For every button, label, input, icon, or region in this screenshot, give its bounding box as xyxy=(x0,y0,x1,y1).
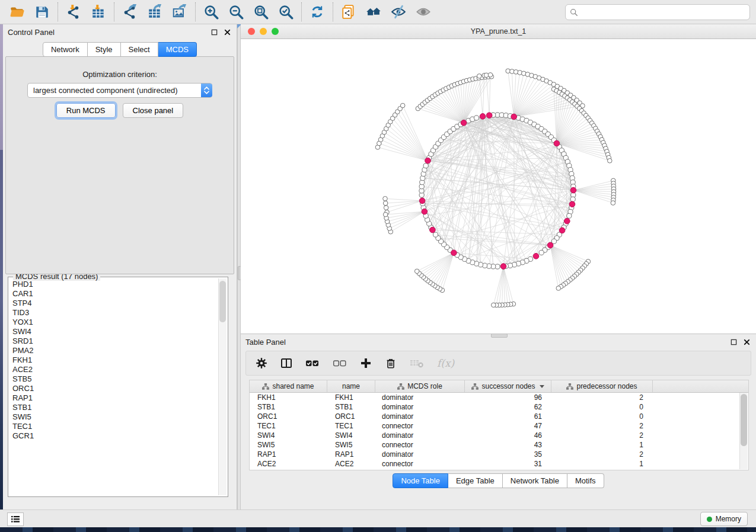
table-row[interactable]: SWI5 SWI5 connector 43 1 xyxy=(250,440,748,450)
mcds-result-item[interactable]: STB1 xyxy=(12,403,218,412)
table-scrollbar[interactable] xyxy=(739,393,748,469)
settings-button[interactable] xyxy=(256,357,267,369)
cell-successor-nodes: 35 xyxy=(465,450,551,459)
mcds-result-item[interactable]: STP4 xyxy=(12,299,218,308)
mcds-result-item[interactable]: TID3 xyxy=(12,308,218,318)
tree-icon xyxy=(397,383,404,390)
cell-mcds-role: dominator xyxy=(375,412,465,421)
select-all-button[interactable] xyxy=(305,357,320,369)
horizontal-splitter-handle[interactable] xyxy=(491,334,508,338)
table-row[interactable]: SWI4 SWI4 dominator 46 2 xyxy=(250,431,748,440)
export-network-to-web-button[interactable] xyxy=(336,1,361,23)
fx-builder-button: f(x) xyxy=(437,357,454,369)
tab-motifs[interactable]: Motifs xyxy=(567,473,604,488)
network-window-titlebar[interactable]: YPA_prune.txt_1 xyxy=(241,24,756,39)
mcds-result-scrollbar[interactable] xyxy=(218,278,227,495)
table-row[interactable]: FKH1 FKH1 dominator 96 2 xyxy=(250,393,748,402)
memory-status-icon xyxy=(707,517,712,522)
apply-layout-icon xyxy=(310,4,325,20)
table-toolbar: f(x) xyxy=(245,351,751,376)
mcds-result-item[interactable]: PMA2 xyxy=(12,346,218,355)
hide-panel-button[interactable] xyxy=(386,1,411,23)
toolbar-separator xyxy=(114,2,114,21)
zoom-in-button[interactable] xyxy=(199,1,224,23)
table-scrollbar-thumb[interactable] xyxy=(741,394,747,446)
mcds-result-item[interactable]: RAP1 xyxy=(12,393,218,403)
mcds-result-item[interactable]: CAR1 xyxy=(12,289,218,299)
mcds-result-item[interactable]: STB5 xyxy=(12,374,218,384)
mcds-result-item[interactable]: SWI4 xyxy=(12,327,218,336)
mcds-result-item[interactable]: SRD1 xyxy=(12,336,218,346)
close-panel-button[interactable]: Close panel xyxy=(123,103,184,118)
search-box[interactable] xyxy=(565,4,750,20)
mcds-result-item[interactable]: YOX1 xyxy=(12,318,218,327)
apply-layout-button[interactable] xyxy=(305,1,330,23)
mcds-result-item[interactable]: PHD1 xyxy=(12,280,218,289)
import-network-button[interactable] xyxy=(61,1,86,23)
table-row[interactable]: ACE2 ACE2 connector 31 1 xyxy=(250,459,748,469)
float-panel-icon[interactable] xyxy=(209,27,219,37)
delete-row-button[interactable] xyxy=(385,357,397,369)
export-network-button[interactable] xyxy=(117,1,142,23)
show-columns-button[interactable] xyxy=(280,357,292,369)
criterion-dropdown[interactable]: largest connected component (undirected) xyxy=(27,83,212,98)
status-bar: Memory xyxy=(0,509,756,527)
table-panel-title: Table Panel xyxy=(245,338,725,347)
tab-network-table[interactable]: Network Table xyxy=(503,473,567,488)
sort-descending-icon xyxy=(540,385,544,388)
column-header-name[interactable]: name xyxy=(327,380,375,392)
float-table-panel-icon[interactable] xyxy=(729,337,738,347)
task-history-button[interactable] xyxy=(7,512,24,526)
mcds-result-list[interactable]: PHD1CAR1STP4TID3YOX1SWI4SRD1PMA2FKH1ACE2… xyxy=(12,280,218,495)
table-row[interactable]: RAP1 RAP1 dominator 35 2 xyxy=(250,450,748,459)
tab-node-table[interactable]: Node Table xyxy=(393,473,448,488)
cell-name: SWI5 xyxy=(327,441,375,449)
search-input[interactable] xyxy=(578,8,745,17)
table-row[interactable]: STB1 STB1 dominator 62 0 xyxy=(250,402,748,412)
tab-edge-table[interactable]: Edge Table xyxy=(448,473,503,488)
export-table-button[interactable] xyxy=(142,1,167,23)
close-table-panel-icon[interactable] xyxy=(742,337,751,347)
column-header-successor-nodes[interactable]: successor nodes xyxy=(465,380,551,392)
save-session-button[interactable] xyxy=(30,1,55,23)
zoom-in-icon xyxy=(203,4,219,20)
mcds-result-item[interactable]: ORC1 xyxy=(12,384,218,393)
zoom-selected-button[interactable] xyxy=(273,1,298,23)
mcds-result-scrollbar-thumb[interactable] xyxy=(219,281,226,322)
table-row[interactable]: TEC1 TEC1 connector 47 2 xyxy=(250,421,748,431)
add-row-button[interactable] xyxy=(360,357,372,369)
cell-name: SWI4 xyxy=(327,431,375,440)
deselect-all-button[interactable] xyxy=(333,357,347,369)
zoom-fit-button[interactable] xyxy=(248,1,273,23)
mcds-result-item[interactable]: ACE2 xyxy=(12,365,218,374)
table-row[interactable]: YOX1 YOX1 connector 29 1 xyxy=(250,469,748,470)
tab-select[interactable]: Select xyxy=(121,42,158,57)
zoom-out-button[interactable] xyxy=(224,1,248,23)
delete-table-icon xyxy=(410,357,424,369)
run-mcds-button[interactable]: Run MCDS xyxy=(56,103,116,118)
column-header-predecessor-nodes[interactable]: predecessor nodes xyxy=(551,380,653,392)
open-session-button[interactable] xyxy=(5,1,30,23)
tab-mcds[interactable]: MCDS xyxy=(158,42,197,57)
tab-style[interactable]: Style xyxy=(88,42,121,57)
mcds-result-item[interactable]: GCR1 xyxy=(12,431,218,441)
mcds-result-item[interactable]: TEC1 xyxy=(12,422,218,431)
column-header-MCDS-role[interactable]: MCDS role xyxy=(375,380,465,392)
tab-network[interactable]: Network xyxy=(43,42,88,57)
tree-icon xyxy=(471,383,479,390)
mcds-result-item[interactable]: FKH1 xyxy=(12,355,218,365)
search-home-button[interactable] xyxy=(361,1,386,23)
network-graph-canvas[interactable] xyxy=(241,39,756,334)
import-table-icon xyxy=(91,4,106,20)
column-header-shared-name[interactable]: shared name xyxy=(250,380,327,392)
export-image-button[interactable] xyxy=(167,1,192,23)
close-panel-icon[interactable] xyxy=(222,27,232,37)
table-row[interactable]: ORC1 ORC1 dominator 61 0 xyxy=(250,412,748,421)
network-view-window: YPA_prune.txt_1 xyxy=(241,24,756,334)
cell-mcds-role: connector xyxy=(375,422,465,430)
cell-predecessor-nodes: 0 xyxy=(551,403,653,411)
import-table-button[interactable] xyxy=(86,1,111,23)
memory-button[interactable]: Memory xyxy=(700,512,748,526)
cell-predecessor-nodes: 2 xyxy=(551,450,653,459)
mcds-result-item[interactable]: SWI5 xyxy=(12,412,218,422)
